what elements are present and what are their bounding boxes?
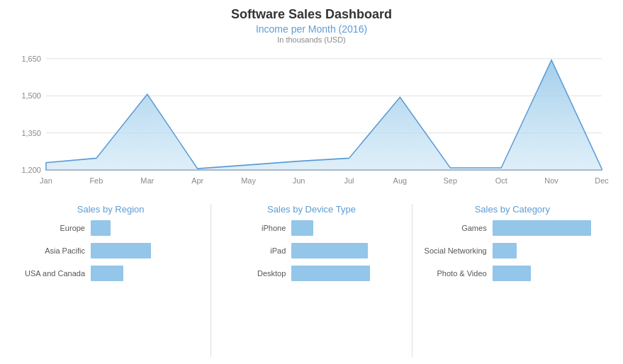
category-bar-social bbox=[493, 243, 517, 258]
region-label-europe: Europe bbox=[21, 224, 85, 232]
bottom-charts: Sales by Region Europe Asia Pacific USA … bbox=[14, 204, 609, 357]
svg-text:Sep: Sep bbox=[443, 176, 457, 185]
divider-2 bbox=[412, 204, 412, 357]
income-chart-subtitle: In thousands (USD) bbox=[14, 35, 609, 44]
device-track-desktop bbox=[291, 266, 400, 281]
category-row-photo: Photo & Video bbox=[423, 266, 602, 281]
svg-text:May: May bbox=[241, 176, 256, 185]
area-chart-svg: 1,650 1,500 1,350 1,200 Jan bbox=[14, 48, 609, 197]
area-polygon bbox=[46, 60, 602, 170]
device-track-ipad bbox=[291, 243, 400, 258]
category-label-games: Games bbox=[423, 224, 487, 232]
device-label-iphone: iPhone bbox=[222, 224, 286, 232]
income-chart-title: Income per Month (2016) bbox=[14, 23, 609, 35]
category-bar-photo bbox=[493, 266, 531, 281]
area-chart: 1,650 1,500 1,350 1,200 Jan bbox=[14, 48, 609, 197]
divider-1 bbox=[211, 204, 211, 357]
svg-text:Aug: Aug bbox=[393, 176, 408, 185]
region-track-asia bbox=[91, 243, 200, 258]
region-row-europe: Europe bbox=[21, 220, 200, 236]
region-track-europe bbox=[91, 220, 200, 236]
region-row-asia: Asia Pacific bbox=[21, 243, 200, 258]
category-row-games: Games bbox=[423, 220, 602, 236]
region-chart: Sales by Region Europe Asia Pacific USA … bbox=[14, 204, 207, 357]
svg-text:Nov: Nov bbox=[544, 176, 559, 185]
svg-text:1,200: 1,200 bbox=[21, 166, 40, 174]
category-chart: Sales by Category Games Social Networkin… bbox=[416, 204, 609, 357]
svg-text:1,350: 1,350 bbox=[21, 129, 40, 137]
region-label-usa: USA and Canada bbox=[21, 269, 85, 278]
category-bar-games bbox=[493, 220, 591, 236]
region-row-usa: USA and Canada bbox=[21, 266, 200, 281]
device-track-iphone bbox=[291, 220, 400, 236]
device-row-iphone: iPhone bbox=[222, 220, 400, 236]
category-track-photo bbox=[493, 266, 602, 281]
category-label-photo: Photo & Video bbox=[423, 269, 487, 278]
svg-text:Oct: Oct bbox=[495, 176, 508, 185]
category-row-social: Social Networking bbox=[423, 243, 602, 258]
device-bar-iphone bbox=[291, 220, 313, 236]
region-label-asia: Asia Pacific bbox=[21, 246, 85, 255]
region-bar-asia bbox=[91, 243, 151, 258]
region-title: Sales by Region bbox=[21, 204, 200, 215]
svg-text:Dec: Dec bbox=[595, 176, 609, 185]
svg-text:1,650: 1,650 bbox=[21, 55, 40, 63]
device-row-ipad: iPad bbox=[222, 243, 400, 258]
device-chart: Sales by Device Type iPhone iPad Desktop bbox=[215, 204, 408, 357]
device-bar-ipad bbox=[291, 243, 368, 258]
device-label-ipad: iPad bbox=[222, 246, 286, 255]
device-bar-desktop bbox=[291, 266, 370, 281]
device-row-desktop: Desktop bbox=[222, 266, 400, 281]
svg-text:1,500: 1,500 bbox=[21, 91, 40, 100]
svg-text:Jun: Jun bbox=[293, 176, 305, 185]
region-track-usa bbox=[91, 266, 200, 281]
main-title: Software Sales Dashboard bbox=[14, 7, 609, 22]
category-label-social: Social Networking bbox=[423, 246, 487, 255]
device-title: Sales by Device Type bbox=[222, 204, 400, 215]
region-bar-usa bbox=[91, 266, 123, 281]
dashboard: Software Sales Dashboard Income per Mont… bbox=[0, 0, 623, 364]
svg-text:Jan: Jan bbox=[40, 176, 52, 185]
category-track-games bbox=[493, 220, 602, 236]
region-bar-europe bbox=[91, 220, 111, 236]
svg-text:Apr: Apr bbox=[191, 176, 203, 185]
category-title: Sales by Category bbox=[423, 204, 602, 215]
svg-text:Mar: Mar bbox=[140, 176, 154, 185]
svg-text:Jul: Jul bbox=[344, 176, 354, 185]
device-label-desktop: Desktop bbox=[222, 269, 286, 278]
svg-text:Feb: Feb bbox=[89, 176, 103, 185]
category-track-social bbox=[493, 243, 602, 258]
